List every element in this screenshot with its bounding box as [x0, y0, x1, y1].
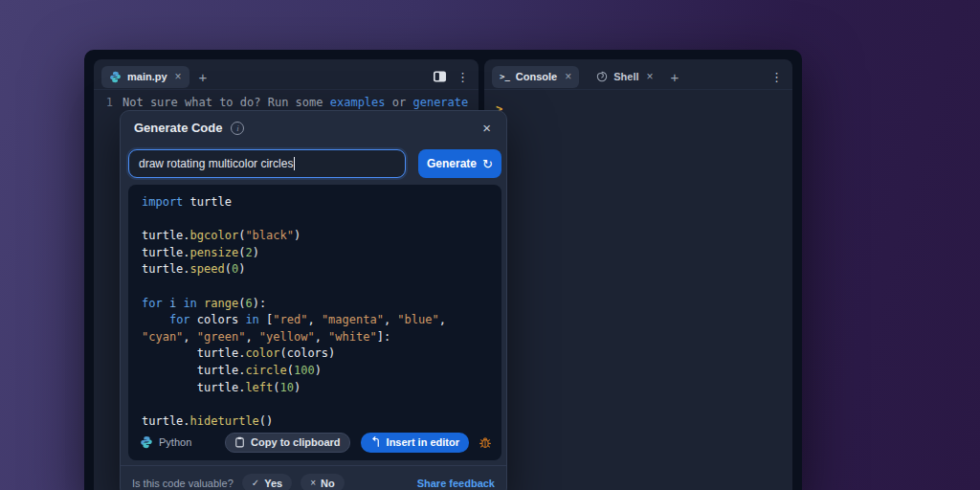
- yes-label: Yes: [264, 478, 282, 489]
- generate-button[interactable]: Generate ↻: [418, 149, 501, 178]
- code-line: turtle.hideturtle(): [142, 413, 488, 431]
- tab-label: Console: [516, 71, 557, 82]
- editor-body[interactable]: 1 Not sure what to do? Run some examples…: [94, 90, 479, 109]
- python-icon: [109, 71, 122, 83]
- insert-in-editor-button[interactable]: Insert in editor: [361, 433, 469, 453]
- generate-button-label: Generate: [427, 157, 477, 170]
- new-tab-button[interactable]: +: [199, 70, 208, 84]
- bug-report-icon[interactable]: [479, 435, 492, 450]
- tab-shell[interactable]: Shell ×: [589, 66, 660, 88]
- terminal-icon: >_: [500, 72, 510, 81]
- copy-button-label: Copy to clipboard: [251, 436, 341, 448]
- insert-button-label: Insert in editor: [387, 436, 459, 448]
- hint-segment: Not sure what to do? Run some: [122, 96, 330, 109]
- tab-label: main.py: [127, 71, 167, 82]
- copy-to-clipboard-button[interactable]: Copy to clipboard: [225, 433, 350, 453]
- language-name: Python: [159, 436, 191, 448]
- clipboard-icon: [234, 436, 245, 448]
- share-feedback-link[interactable]: Share feedback: [417, 478, 495, 489]
- code-line: [142, 396, 488, 413]
- shell-icon: [596, 71, 608, 82]
- modal-header: Generate Code i: [121, 111, 506, 141]
- layout-panel-icon[interactable]: [433, 70, 447, 83]
- code-footer: Python Copy to clipboard: [140, 432, 492, 453]
- generate-code-modal: Generate Code i × draw rotating multicol…: [120, 110, 507, 490]
- editor-menu-kebab-icon[interactable]: ⋮: [457, 70, 469, 84]
- generate-link[interactable]: generate: [412, 96, 468, 109]
- refresh-icon: ↻: [482, 157, 493, 171]
- console-tab-bar: >_ Console × Shell × + ⋮: [484, 59, 792, 90]
- prompt-input-value: draw rotating multicolor circles: [139, 157, 293, 170]
- close-tab-icon[interactable]: ×: [647, 70, 654, 83]
- check-icon: ✓: [252, 478, 259, 488]
- code-line: [142, 278, 488, 296]
- modal-close-icon[interactable]: ×: [482, 120, 491, 136]
- language-label: Python: [140, 435, 191, 449]
- editor-line-1: 1 Not sure what to do? Run some examples…: [94, 96, 479, 109]
- code-line: [142, 212, 488, 229]
- code-line: turtle.speed(0): [142, 261, 488, 278]
- line-number: 1: [94, 96, 122, 109]
- code-line: turtle.bgcolor("black"): [142, 228, 488, 245]
- code-line: "cyan", "green", "yellow", "white"]:: [142, 329, 488, 346]
- examples-link[interactable]: examples: [330, 96, 386, 109]
- code-line: for i in range(6):: [142, 296, 488, 313]
- code-line: import turtle: [142, 194, 488, 212]
- prompt-input[interactable]: draw rotating multicolor circles: [128, 149, 406, 178]
- code-line: turtle.left(10): [142, 380, 488, 397]
- code-line: turtle.circle(100): [142, 363, 488, 380]
- code-line: for colors in ["red", "magenta", "blue",: [142, 312, 488, 329]
- modal-title: Generate Code: [134, 121, 222, 135]
- tab-main-py[interactable]: main.py ×: [101, 66, 189, 88]
- editor-tab-bar: main.py × + ⋮: [94, 59, 479, 90]
- feedback-question: Is this code valuable?: [132, 478, 234, 489]
- text-caret: [294, 157, 295, 170]
- cross-icon: ×: [310, 478, 316, 488]
- generated-code-block: import turtle turtle.bgcolor("black")tur…: [128, 185, 501, 460]
- console-panel: >_ Console × Shell × + ⋮: [484, 59, 792, 490]
- console-body[interactable]: >: [484, 90, 792, 126]
- console-menu-kebab-icon[interactable]: ⋮: [770, 70, 783, 84]
- close-tab-icon[interactable]: ×: [175, 70, 182, 83]
- tab-console[interactable]: >_ Console ×: [492, 66, 579, 88]
- editor-hint-text: Not sure what to do? Run some examples o…: [122, 96, 468, 109]
- hint-segment: or: [386, 96, 413, 109]
- tab-label: Shell: [613, 71, 638, 82]
- code-line: turtle.color(colors): [142, 345, 488, 363]
- code-lines: import turtle turtle.bgcolor("black")tur…: [142, 194, 488, 430]
- code-line: turtle.pensize(2): [142, 245, 488, 262]
- insert-arrow-icon: [370, 436, 381, 448]
- info-icon[interactable]: i: [231, 122, 244, 135]
- feedback-yes-button[interactable]: ✓ Yes: [242, 474, 292, 490]
- feedback-no-button[interactable]: × No: [301, 474, 345, 490]
- no-label: No: [321, 478, 335, 489]
- desktop-background: main.py × + ⋮ 1 Not sure what to do? Run…: [0, 0, 980, 490]
- feedback-bar: Is this code valuable? ✓ Yes × No Share …: [121, 465, 506, 490]
- prompt-row: draw rotating multicolor circles Generat…: [128, 149, 501, 178]
- close-tab-icon[interactable]: ×: [565, 70, 571, 83]
- new-tab-button[interactable]: +: [671, 70, 679, 84]
- python-icon: [140, 435, 153, 449]
